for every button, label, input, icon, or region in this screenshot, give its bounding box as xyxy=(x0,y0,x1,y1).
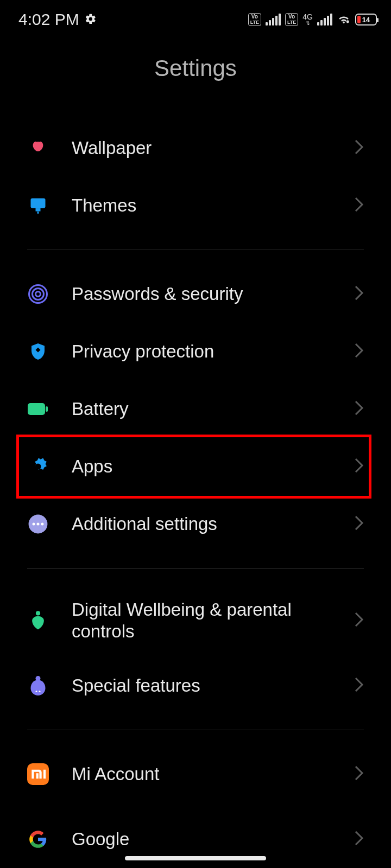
fingerprint-icon xyxy=(27,283,49,305)
settings-item-battery[interactable]: Battery xyxy=(0,380,391,438)
chevron-right-icon xyxy=(354,342,364,361)
themes-icon xyxy=(27,195,49,216)
svg-point-4 xyxy=(36,292,41,297)
chevron-right-icon xyxy=(354,676,364,695)
chevron-right-icon xyxy=(354,457,364,476)
divider xyxy=(27,568,364,569)
svg-point-12 xyxy=(36,522,39,525)
status-bar: 4:02 PM VoLTE VoLTE 4G⇅ 14 xyxy=(0,0,391,39)
divider xyxy=(27,250,364,250)
svg-rect-1 xyxy=(31,199,46,208)
settings-item-label: Wallpaper xyxy=(72,137,354,159)
settings-item-label: Additional settings xyxy=(72,513,354,535)
svg-point-16 xyxy=(36,691,37,692)
network-label: 4G⇅ xyxy=(302,13,313,26)
chevron-right-icon xyxy=(354,196,364,215)
volte-icon: VoLTE xyxy=(285,13,298,26)
chevron-right-icon xyxy=(354,515,364,533)
settings-item-additional[interactable]: Additional settings xyxy=(0,495,391,553)
apps-gear-icon xyxy=(27,456,49,477)
svg-rect-2 xyxy=(36,208,41,212)
battery-icon xyxy=(27,398,49,420)
chevron-right-icon xyxy=(354,139,364,157)
wallpaper-icon xyxy=(27,137,49,159)
settings-item-label: Themes xyxy=(72,195,354,216)
status-right: VoLTE VoLTE 4G⇅ 14 xyxy=(248,12,377,27)
svg-rect-7 xyxy=(28,403,45,415)
more-icon xyxy=(27,513,49,535)
settings-item-themes[interactable]: Themes xyxy=(0,177,391,234)
status-time: 4:02 PM xyxy=(18,10,79,29)
wifi-icon xyxy=(337,12,351,27)
settings-list: Wallpaper Themes Passwords & security Pr… xyxy=(0,119,391,860)
settings-item-mi-account[interactable]: Mi Account xyxy=(0,745,391,803)
chevron-right-icon xyxy=(354,611,364,630)
settings-item-google[interactable]: Google xyxy=(0,803,391,860)
signal-icon xyxy=(317,14,332,25)
settings-item-label: Digital Wellbeing & parental controls xyxy=(72,599,354,642)
svg-point-11 xyxy=(33,522,35,525)
google-logo-icon xyxy=(27,828,49,850)
special-features-icon xyxy=(27,675,49,697)
settings-item-wallpaper[interactable]: Wallpaper xyxy=(0,119,391,177)
settings-item-label: Mi Account xyxy=(72,763,354,785)
settings-item-label: Battery xyxy=(72,398,354,420)
chevron-right-icon xyxy=(354,400,364,418)
battery-icon: 14 xyxy=(355,14,377,25)
settings-item-label: Google xyxy=(72,828,354,850)
chevron-right-icon xyxy=(354,830,364,848)
gear-icon xyxy=(85,10,97,29)
chevron-right-icon xyxy=(354,765,364,783)
status-left: 4:02 PM xyxy=(18,10,97,29)
settings-item-label: Apps xyxy=(72,456,354,477)
wellbeing-icon xyxy=(27,610,49,631)
svg-point-13 xyxy=(41,522,43,525)
svg-point-14 xyxy=(36,611,40,615)
settings-item-privacy[interactable]: Privacy protection xyxy=(0,323,391,380)
page-title: Settings xyxy=(0,39,391,119)
svg-point-5 xyxy=(33,289,44,300)
mi-logo-icon xyxy=(27,763,49,785)
svg-point-17 xyxy=(39,691,41,692)
volte-icon: VoLTE xyxy=(248,13,261,26)
settings-item-label: Special features xyxy=(72,675,354,697)
chevron-right-icon xyxy=(354,285,364,303)
settings-item-wellbeing[interactable]: Digital Wellbeing & parental controls xyxy=(0,584,391,657)
settings-item-passwords[interactable]: Passwords & security xyxy=(0,265,391,323)
shield-icon xyxy=(27,341,49,362)
settings-item-special[interactable]: Special features xyxy=(0,657,391,714)
svg-rect-8 xyxy=(46,406,48,412)
navigation-handle[interactable] xyxy=(125,856,266,860)
divider xyxy=(27,730,364,730)
settings-item-label: Privacy protection xyxy=(72,341,354,362)
svg-rect-3 xyxy=(37,212,39,214)
svg-point-9 xyxy=(35,463,41,469)
signal-icon xyxy=(266,14,281,25)
settings-item-label: Passwords & security xyxy=(72,283,354,305)
settings-item-apps[interactable]: Apps xyxy=(0,438,391,495)
